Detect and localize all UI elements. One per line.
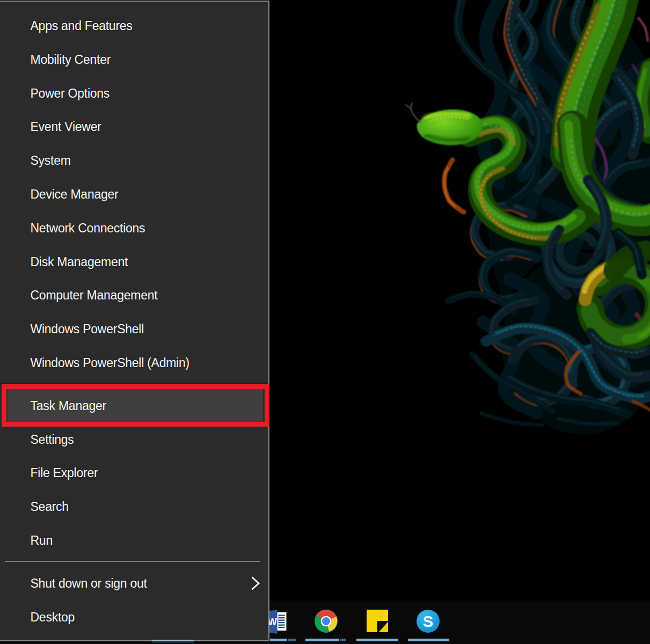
menu-item-power-options[interactable]: Power Options — [0, 77, 268, 111]
desktop: W S — [0, 0, 650, 644]
svg-text:W: W — [268, 617, 277, 627]
annotation-highlight-rectangle — [2, 384, 269, 427]
skype-underline — [408, 639, 449, 641]
submenu-chevron-icon — [250, 576, 261, 591]
word-underline — [270, 639, 287, 641]
menu-item-mobility-center[interactable]: Mobility Center — [0, 43, 268, 77]
sticky-notes-icon[interactable] — [367, 610, 388, 632]
menu-item-desktop[interactable]: Desktop — [0, 601, 268, 634]
winx-menu: Apps and Features Mobility Center Power … — [0, 1, 269, 641]
menu-item-network-connections[interactable]: Network Connections — [0, 211, 268, 245]
menu-item-device-manager[interactable]: Device Manager — [0, 178, 268, 211]
menu-item-event-viewer[interactable]: Event Viewer — [0, 111, 268, 144]
menu-item-computer-management[interactable]: Computer Management — [0, 279, 268, 313]
menu-item-run[interactable]: Run — [0, 524, 268, 558]
menu-item-file-explorer[interactable]: File Explorer — [0, 457, 268, 491]
chrome-underline — [305, 639, 339, 641]
menu-item-settings[interactable]: Settings — [0, 423, 268, 457]
menu-item-apps-and-features[interactable]: Apps and Features — [0, 9, 268, 43]
hidden-app-underline-shadow — [152, 641, 194, 643]
chrome-underline-segment — [340, 639, 346, 641]
menu-item-windows-powershell[interactable]: Windows PowerShell — [0, 312, 268, 346]
menu-item-windows-powershell-admin[interactable]: Windows PowerShell (Admin) — [0, 346, 268, 380]
menu-item-disk-management[interactable]: Disk Management — [0, 245, 268, 279]
menu-item-system[interactable]: System — [0, 144, 268, 178]
svg-text:S: S — [423, 613, 433, 630]
chrome-icon[interactable] — [315, 610, 338, 633]
word-underline-segment — [288, 639, 296, 641]
sticky-notes-underline — [356, 639, 398, 641]
menu-item-shut-down-or-sign-out[interactable]: Shut down or sign out — [0, 567, 268, 601]
menu-divider-2 — [5, 561, 260, 562]
menu-item-search[interactable]: Search — [0, 490, 268, 524]
skype-icon[interactable]: S — [417, 610, 440, 633]
